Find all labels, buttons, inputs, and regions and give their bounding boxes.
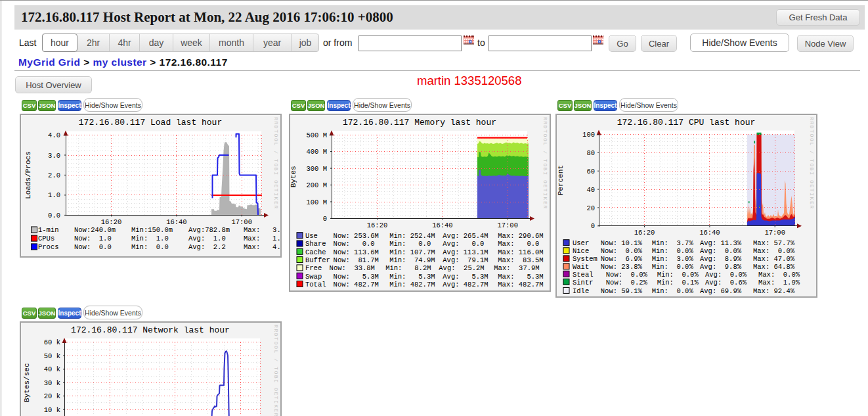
svg-text:20: 20: [586, 204, 595, 212]
svg-text:Max: 64.8%: Max: 64.8%: [753, 263, 795, 271]
svg-text:Min:150.0m: Min:150.0m: [131, 226, 173, 234]
svg-text:Max: 0.0%: Max: 0.0%: [753, 247, 795, 255]
svg-text:System: System: [573, 255, 597, 263]
svg-text:500 M: 500 M: [306, 131, 327, 139]
svg-text:Avg: 265.4M: Avg: 265.4M: [443, 232, 488, 240]
svg-text:Now: 81.7M: Now: 81.7M: [334, 256, 379, 264]
svg-text:30 k: 30 k: [44, 379, 60, 387]
svg-text:Now: 113.6M: Now: 113.6M: [334, 248, 379, 256]
svg-text:Min: 0.0: Min: 0.0: [131, 243, 169, 251]
svg-text:Avg: 25.2M: Avg: 25.2M: [439, 264, 484, 272]
svg-text:50 k: 50 k: [44, 352, 60, 360]
svg-text:RRDTOOL / TOBI OETIKER: RRDTOOL / TOBI OETIKER: [273, 325, 279, 416]
svg-text:User: User: [573, 239, 589, 247]
svg-text:Now: 253.6M: Now: 253.6M: [334, 232, 379, 240]
svg-text:Now: 1.0: Now: 1.0: [74, 235, 112, 243]
svg-text:Now: 10.1%: Now: 10.1%: [601, 239, 643, 247]
svg-text:Min: 0.0%: Min: 0.0%: [652, 287, 694, 295]
svg-text:Min: 5.3M: Min: 5.3M: [389, 273, 435, 281]
svg-text:Min: 1.0: Min: 1.0: [131, 235, 169, 243]
svg-text:0: 0: [591, 222, 595, 230]
svg-text:RRDTOOL / TOBI OETIKER: RRDTOOL / TOBI OETIKER: [542, 117, 548, 210]
svg-text:Max: 37.9M: Max: 37.9M: [494, 264, 539, 272]
svg-text:Max: 4.0: Max: 4.0: [244, 243, 280, 251]
svg-text:4.0: 4.0: [48, 131, 60, 139]
svg-text:Total: Total: [305, 281, 326, 289]
svg-text:Max: 290.6M: Max: 290.6M: [498, 232, 543, 240]
svg-text:0.0: 0.0: [48, 212, 60, 220]
svg-text:17:00: 17:00: [764, 229, 785, 237]
svg-text:Now:240.0m: Now:240.0m: [74, 226, 116, 234]
svg-text:16:20: 16:20: [367, 221, 388, 229]
svg-text:Min: 0.0%: Min: 0.0%: [652, 263, 694, 271]
svg-text:Loads/Procs: Loads/Procs: [24, 151, 32, 199]
svg-text:Now: 0.0%: Now: 0.0%: [606, 271, 648, 279]
svg-text:40: 40: [586, 186, 595, 194]
svg-text:Now: 0.0: Now: 0.0: [74, 243, 112, 251]
svg-text:Now: 0.2%: Now: 0.2%: [606, 279, 648, 287]
svg-text:300 M: 300 M: [306, 165, 327, 173]
svg-text:RRDTOOL / TOBI OETIKER: RRDTOOL / TOBI OETIKER: [273, 117, 279, 210]
svg-text:Cache: Cache: [305, 248, 326, 256]
svg-text:Bytes: Bytes: [290, 166, 297, 187]
svg-text:20 k: 20 k: [44, 392, 60, 400]
svg-text:Min: 3.0%: Min: 3.0%: [652, 255, 694, 263]
svg-text:Min: 107.7M: Min: 107.7M: [389, 248, 435, 256]
svg-text:16:20: 16:20: [101, 218, 122, 226]
svg-text:Max: 0.0%: Max: 0.0%: [758, 271, 800, 279]
svg-text:Min: 0.0%: Min: 0.0%: [652, 247, 694, 255]
svg-text:Avg:782.8m: Avg:782.8m: [188, 226, 230, 234]
svg-text:3.0: 3.0: [48, 152, 60, 160]
svg-text:40 k: 40 k: [44, 365, 60, 373]
svg-text:Procs: Procs: [38, 243, 59, 251]
svg-text:RRDTOOL / TOBI OETIKER: RRDTOOL / TOBI OETIKER: [809, 117, 815, 210]
svg-text:Nice: Nice: [573, 247, 589, 255]
svg-text:Now: 33.8M: Now: 33.8M: [330, 264, 375, 272]
svg-text:60: 60: [586, 168, 595, 175]
svg-text:Max: 83.5M: Max: 83.5M: [498, 256, 543, 264]
svg-text:172.16.80.117 Memory last hour: 172.16.80.117 Memory last hour: [343, 118, 496, 127]
svg-text:100: 100: [582, 131, 595, 139]
svg-text:172.16.80.117 CPU last hour: 172.16.80.117 CPU last hour: [617, 118, 756, 127]
svg-text:Min: 0.1%: Min: 0.1%: [657, 279, 699, 287]
svg-text:Avg: 5.3M: Avg: 5.3M: [443, 273, 488, 281]
svg-text:Min: 0.0%: Min: 0.0%: [657, 271, 699, 279]
svg-text:Now: 6.9%: Now: 6.9%: [601, 255, 643, 263]
svg-text:2.0: 2.0: [48, 172, 60, 179]
svg-text:16:40: 16:40: [432, 221, 453, 229]
svg-text:Avg: 113.1M: Avg: 113.1M: [443, 248, 488, 256]
svg-text:Now: 482.7M: Now: 482.7M: [334, 281, 379, 289]
svg-text:Idle: Idle: [573, 287, 589, 295]
svg-text:16:40: 16:40: [166, 218, 187, 226]
svg-text:Max: 92.4%: Max: 92.4%: [753, 287, 795, 295]
svg-text:Avg: 9.8%: Avg: 9.8%: [700, 263, 742, 271]
svg-text:100 M: 100 M: [306, 198, 327, 206]
svg-text:17:00: 17:00: [231, 218, 252, 226]
svg-text:Share: Share: [305, 240, 326, 248]
svg-text:Avg: 2.2: Avg: 2.2: [188, 243, 226, 251]
svg-text:Swap: Swap: [305, 273, 322, 281]
svg-text:Now: 0.0%: Now: 0.0%: [601, 247, 643, 255]
svg-text:Min: 252.4M: Min: 252.4M: [389, 232, 435, 240]
svg-text:Max: 57.7%: Max: 57.7%: [753, 239, 795, 247]
svg-text:Avg: 1.0: Avg: 1.0: [188, 235, 226, 243]
svg-text:Avg: 8.9%: Avg: 8.9%: [700, 255, 742, 263]
svg-text:Now: 0.0: Now: 0.0: [334, 240, 375, 248]
svg-text:Max: 0.0: Max: 0.0: [498, 240, 539, 248]
svg-text:Free: Free: [305, 264, 322, 272]
svg-text:1.0: 1.0: [48, 191, 60, 199]
svg-text:Avg: 79.1M: Avg: 79.1M: [443, 256, 488, 264]
svg-text:Steal: Steal: [573, 271, 594, 279]
svg-text:Max: 3.6: Max: 3.6: [244, 226, 280, 234]
svg-text:10 k: 10 k: [44, 406, 60, 414]
svg-text:Min: 74.9M: Min: 74.9M: [389, 256, 435, 264]
svg-text:Max: 1.9%: Max: 1.9%: [758, 279, 800, 287]
svg-text:60 k: 60 k: [44, 338, 60, 346]
svg-text:Avg: 0.0%: Avg: 0.0%: [705, 271, 747, 279]
svg-text:Buffer: Buffer: [305, 256, 330, 264]
svg-text:Max: 1.0: Max: 1.0: [244, 235, 280, 243]
svg-text:Now: 5.3M: Now: 5.3M: [334, 273, 379, 281]
svg-text:Min: 8.2M: Min: 8.2M: [385, 264, 431, 272]
svg-text:Min: 482.7M: Min: 482.7M: [389, 281, 435, 289]
svg-text:Now: 23.8%: Now: 23.8%: [601, 263, 643, 271]
